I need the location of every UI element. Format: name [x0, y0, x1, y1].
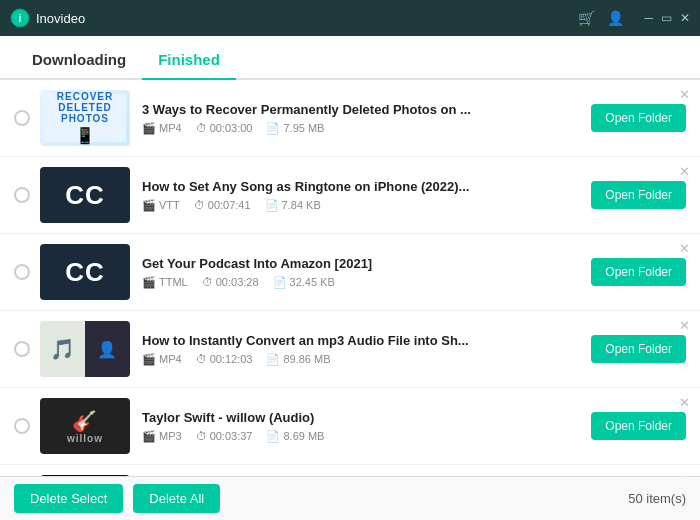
- format-icon: 🎬: [142, 276, 156, 289]
- clock-icon: ⏱: [194, 199, 205, 211]
- remove-item-button-2[interactable]: ✕: [675, 163, 694, 180]
- open-folder-button-3[interactable]: Open Folder: [591, 258, 686, 286]
- item-info-5: Taylor Swift - willow (Audio) 🎬 MP3 ⏱ 00…: [142, 410, 579, 443]
- list-item: RECOVERDELETEDPHOTOS 📱 3 Ways to Recover…: [0, 80, 700, 157]
- item-duration-3: ⏱ 00:03:28: [202, 276, 259, 288]
- item-checkbox-2[interactable]: [14, 187, 30, 203]
- app-logo-icon: i: [10, 8, 30, 28]
- item-meta-1: 🎬 MP4 ⏱ 00:03:00 📄 7.95 MB: [142, 122, 579, 135]
- item-actions-4: Open Folder: [591, 335, 686, 363]
- item-size-2: 📄 7.84 KB: [265, 199, 321, 212]
- item-info-1: 3 Ways to Recover Permanently Deleted Ph…: [142, 102, 579, 135]
- item-format-3: 🎬 TTML: [142, 276, 188, 289]
- item-thumbnail-6: [40, 475, 130, 476]
- item-checkbox-3[interactable]: [14, 264, 30, 280]
- list-item: Video by new_trending_shot Open Folder ✕: [0, 465, 700, 476]
- item-info-2: How to Set Any Song as Ringtone on iPhon…: [142, 179, 579, 212]
- user-icon[interactable]: 👤: [607, 10, 624, 26]
- item-title-3: Get Your Podcast Into Amazon [2021]: [142, 256, 579, 271]
- item-size-1: 📄 7.95 MB: [266, 122, 324, 135]
- maximize-button[interactable]: ▭: [661, 12, 672, 24]
- tabbar: Downloading Finished: [0, 36, 700, 80]
- item-thumbnail-5: 🎸 willow: [40, 398, 130, 454]
- list-item: CC How to Set Any Song as Ringtone on iP…: [0, 157, 700, 234]
- item-size-5: 📄 8.69 MB: [266, 430, 324, 443]
- remove-item-button-6[interactable]: ✕: [675, 471, 694, 476]
- item-title-5: Taylor Swift - willow (Audio): [142, 410, 579, 425]
- item-thumbnail-2: CC: [40, 167, 130, 223]
- item-info-3: Get Your Podcast Into Amazon [2021] 🎬 TT…: [142, 256, 579, 289]
- open-folder-button-1[interactable]: Open Folder: [591, 104, 686, 132]
- open-folder-button-5[interactable]: Open Folder: [591, 412, 686, 440]
- list-item: CC Get Your Podcast Into Amazon [2021] 🎬…: [0, 234, 700, 311]
- file-icon: 📄: [265, 199, 279, 212]
- cart-icon[interactable]: 🛒: [578, 10, 595, 26]
- tab-downloading[interactable]: Downloading: [16, 41, 142, 80]
- item-format-1: 🎬 MP4: [142, 122, 182, 135]
- item-duration-2: ⏱ 00:07:41: [194, 199, 251, 211]
- titlebar-left: i Inovideo: [10, 8, 85, 28]
- delete-all-button[interactable]: Delete All: [133, 484, 220, 513]
- file-icon: 📄: [266, 353, 280, 366]
- titlebar-right: 🛒 👤 ─ ▭ ✕: [578, 10, 690, 26]
- delete-select-button[interactable]: Delete Select: [14, 484, 123, 513]
- window-controls: ─ ▭ ✕: [644, 12, 690, 24]
- minimize-button[interactable]: ─: [644, 12, 653, 24]
- item-title-4: How to Instantly Convert an mp3 Audio Fi…: [142, 333, 579, 348]
- item-duration-4: ⏱ 00:12:03: [196, 353, 253, 365]
- item-format-2: 🎬 VTT: [142, 199, 180, 212]
- close-window-button[interactable]: ✕: [680, 12, 690, 24]
- item-actions-1: Open Folder: [591, 104, 686, 132]
- titlebar: i Inovideo 🛒 👤 ─ ▭ ✕: [0, 0, 700, 36]
- footer-actions: Delete Select Delete All: [14, 484, 220, 513]
- clock-icon: ⏱: [196, 353, 207, 365]
- file-icon: 📄: [273, 276, 287, 289]
- item-meta-4: 🎬 MP4 ⏱ 00:12:03 📄 89.86 MB: [142, 353, 579, 366]
- item-meta-3: 🎬 TTML ⏱ 00:03:28 📄 32.45 KB: [142, 276, 579, 289]
- remove-item-button-4[interactable]: ✕: [675, 317, 694, 334]
- list-item: 🎸 willow Taylor Swift - willow (Audio) 🎬…: [0, 388, 700, 465]
- item-actions-3: Open Folder: [591, 258, 686, 286]
- item-thumbnail-3: CC: [40, 244, 130, 300]
- clock-icon: ⏱: [196, 430, 207, 442]
- item-checkbox-1[interactable]: [14, 110, 30, 126]
- format-icon: 🎬: [142, 199, 156, 212]
- item-size-3: 📄 32.45 KB: [273, 276, 335, 289]
- item-title-2: How to Set Any Song as Ringtone on iPhon…: [142, 179, 579, 194]
- item-format-4: 🎬 MP4: [142, 353, 182, 366]
- open-folder-button-4[interactable]: Open Folder: [591, 335, 686, 363]
- item-count: 50 item(s): [628, 491, 686, 506]
- item-size-4: 📄 89.86 MB: [266, 353, 330, 366]
- format-icon: 🎬: [142, 430, 156, 443]
- file-icon: 📄: [266, 122, 280, 135]
- remove-item-button-1[interactable]: ✕: [675, 86, 694, 103]
- clock-icon: ⏱: [202, 276, 213, 288]
- item-meta-2: 🎬 VTT ⏱ 00:07:41 📄 7.84 KB: [142, 199, 579, 212]
- app-title: Inovideo: [36, 11, 85, 26]
- svg-text:i: i: [19, 13, 22, 24]
- open-folder-button-2[interactable]: Open Folder: [591, 181, 686, 209]
- item-duration-5: ⏱ 00:03:37: [196, 430, 253, 442]
- item-meta-5: 🎬 MP3 ⏱ 00:03:37 📄 8.69 MB: [142, 430, 579, 443]
- item-actions-5: Open Folder: [591, 412, 686, 440]
- item-format-5: 🎬 MP3: [142, 430, 182, 443]
- item-info-4: How to Instantly Convert an mp3 Audio Fi…: [142, 333, 579, 366]
- remove-item-button-3[interactable]: ✕: [675, 240, 694, 257]
- downloads-list: RECOVERDELETEDPHOTOS 📱 3 Ways to Recover…: [0, 80, 700, 476]
- item-thumbnail-4: 🎵 👤: [40, 321, 130, 377]
- remove-item-button-5[interactable]: ✕: [675, 394, 694, 411]
- format-icon: 🎬: [142, 122, 156, 135]
- clock-icon: ⏱: [196, 122, 207, 134]
- item-thumbnail-1: RECOVERDELETEDPHOTOS 📱: [40, 90, 130, 146]
- list-item: 🎵 👤 How to Instantly Convert an mp3 Audi…: [0, 311, 700, 388]
- item-actions-2: Open Folder: [591, 181, 686, 209]
- item-duration-1: ⏱ 00:03:00: [196, 122, 253, 134]
- item-checkbox-4[interactable]: [14, 341, 30, 357]
- format-icon: 🎬: [142, 353, 156, 366]
- item-title-1: 3 Ways to Recover Permanently Deleted Ph…: [142, 102, 579, 117]
- file-icon: 📄: [266, 430, 280, 443]
- footer: Delete Select Delete All 50 item(s): [0, 476, 700, 520]
- tab-finished[interactable]: Finished: [142, 41, 236, 80]
- item-checkbox-5[interactable]: [14, 418, 30, 434]
